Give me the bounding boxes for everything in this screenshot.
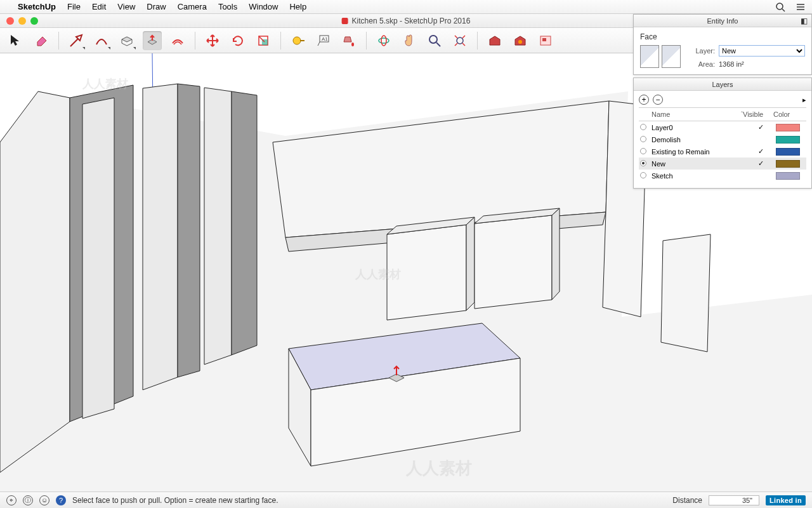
menu-window[interactable]: Window <box>249 2 278 11</box>
layer-active-radio[interactable] <box>640 124 646 130</box>
pushpull-tool[interactable] <box>143 31 162 50</box>
layers-menu-icon[interactable]: ▸ <box>802 96 806 104</box>
remove-layer-button[interactable]: − <box>653 95 663 105</box>
layer-name: Layer0 <box>648 124 745 131</box>
layer-active-radio[interactable] <box>640 172 646 178</box>
distance-label: Distance <box>672 496 702 505</box>
scale-tool[interactable] <box>254 31 273 50</box>
layer-color-swatch[interactable] <box>776 148 800 156</box>
line-tool[interactable] <box>67 31 86 50</box>
col-visible[interactable]: Visible <box>743 110 773 118</box>
orbit-tool[interactable] <box>374 31 393 50</box>
minimize-window-button[interactable] <box>18 17 26 25</box>
dropdown-icon <box>133 47 136 50</box>
rotate-tool[interactable] <box>228 31 247 50</box>
layer-select[interactable]: New <box>719 45 805 57</box>
area-value: 1368 in² <box>719 60 744 68</box>
col-name[interactable]: Name <box>648 110 738 118</box>
layer-active-radio[interactable] <box>640 160 646 166</box>
text-tool[interactable]: A1 <box>314 31 333 50</box>
col-color[interactable]: Color <box>773 110 806 118</box>
menu-tools[interactable]: Tools <box>218 2 237 11</box>
svg-point-15 <box>518 40 522 44</box>
eraser-tool[interactable] <box>32 31 51 50</box>
shape-tool[interactable] <box>117 31 136 50</box>
svg-point-10 <box>351 43 354 46</box>
person-icon[interactable]: ⓘ <box>23 495 33 505</box>
zoom-tool[interactable] <box>425 31 444 50</box>
layer-color-swatch[interactable] <box>776 124 800 131</box>
linkedin-badge: Linked in <box>766 495 806 505</box>
search-icon[interactable] <box>775 2 785 12</box>
layer-name: Demolish <box>648 136 745 144</box>
panel-title: Entity Info <box>707 17 738 25</box>
svg-point-11 <box>379 38 389 43</box>
svg-marker-28 <box>232 91 257 355</box>
menu-edit[interactable]: Edit <box>92 2 106 11</box>
tape-tool[interactable] <box>289 31 308 50</box>
svg-point-12 <box>381 36 386 46</box>
zoom-extents-tool[interactable] <box>450 31 469 50</box>
menu-icon[interactable] <box>796 2 806 12</box>
geo-icon[interactable]: ⌖ <box>6 495 16 505</box>
svg-rect-17 <box>542 38 546 41</box>
extwarehouse-tool[interactable] <box>511 31 530 50</box>
select-tool[interactable] <box>6 31 25 50</box>
layer-row[interactable]: Sketch <box>639 170 806 182</box>
status-hint: Select face to push or pull. Option = cr… <box>72 496 278 505</box>
menu-draw[interactable]: Draw <box>147 2 166 11</box>
paint-tool[interactable] <box>339 31 358 50</box>
layer-active-radio[interactable] <box>640 148 646 154</box>
svg-marker-32 <box>661 234 710 352</box>
arc-tool[interactable] <box>92 31 111 50</box>
credits-icon[interactable]: ☺ <box>39 495 49 505</box>
front-face-swatch[interactable] <box>640 45 659 68</box>
svg-marker-27 <box>204 88 232 364</box>
offset-tool[interactable] <box>168 31 187 50</box>
app-menu[interactable]: SketchUp <box>18 2 56 11</box>
window-title: Kitchen 5.skp - SketchUp Pro 2016 <box>352 17 471 25</box>
document-icon <box>342 18 348 24</box>
svg-line-1 <box>782 9 785 11</box>
menu-file[interactable]: File <box>67 2 81 11</box>
layer-active-radio[interactable] <box>640 136 646 142</box>
svg-marker-26 <box>178 84 200 377</box>
move-tool[interactable] <box>203 31 222 50</box>
add-layer-button[interactable]: + <box>639 95 649 105</box>
layer-row[interactable]: Demolish <box>639 133 806 145</box>
mac-menubar: SketchUp File Edit View Draw Camera Tool… <box>0 0 812 14</box>
menu-help[interactable]: Help <box>289 2 306 11</box>
layer-row[interactable]: New✓ <box>639 157 806 170</box>
menu-camera[interactable]: Camera <box>178 2 207 11</box>
layer-visible-check[interactable]: ✓ <box>745 159 776 168</box>
layer-name: New <box>648 160 745 168</box>
svg-marker-25 <box>143 84 178 390</box>
svg-point-14 <box>457 37 463 44</box>
svg-marker-24 <box>82 98 114 418</box>
layer-color-swatch[interactable] <box>776 136 800 144</box>
pin-icon[interactable]: ◧ <box>801 17 808 25</box>
status-bar: ⌖ ⓘ ☺ ? Select face to push or pull. Opt… <box>0 491 812 508</box>
svg-marker-36 <box>475 215 552 309</box>
layer-color-swatch[interactable] <box>776 160 800 168</box>
layer-name: Sketch <box>648 172 745 180</box>
3dwarehouse-tool[interactable] <box>485 31 504 50</box>
layer-row[interactable]: Layer0✓ <box>639 121 806 133</box>
distance-value[interactable]: 35" <box>709 495 759 505</box>
layer-visible-check[interactable]: ✓ <box>745 147 776 156</box>
svg-text:A1: A1 <box>322 36 328 42</box>
pan-tool[interactable] <box>400 31 419 50</box>
layer-visible-check[interactable]: ✓ <box>745 123 776 131</box>
layer-row[interactable]: Existing to Remain✓ <box>639 145 806 157</box>
dropdown-icon <box>82 47 85 50</box>
layer-color-swatch[interactable] <box>776 172 800 180</box>
close-window-button[interactable] <box>6 17 14 25</box>
back-face-swatch[interactable] <box>662 45 681 68</box>
menu-view[interactable]: View <box>117 2 135 11</box>
layer-label: Layer: <box>687 47 715 55</box>
help-icon[interactable]: ? <box>56 495 66 505</box>
layout-tool[interactable] <box>536 31 555 50</box>
zoom-window-button[interactable] <box>30 17 38 25</box>
layers-panel: Layers + − ▸ Nameˆ Visible Color Layer0✓… <box>633 77 812 189</box>
svg-point-13 <box>429 36 437 43</box>
